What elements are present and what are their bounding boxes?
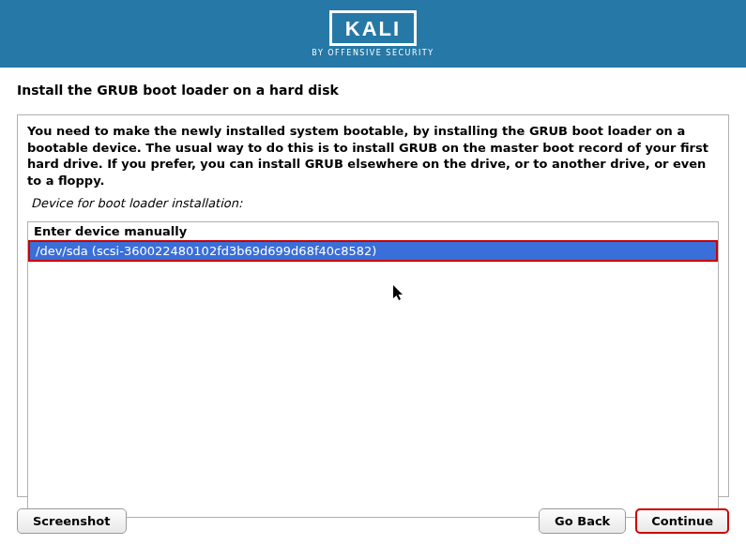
installer-header: KALI BY OFFENSIVE SECURITY xyxy=(0,0,746,68)
instructions-panel: You need to make the newly installed sys… xyxy=(17,114,729,497)
footer-right-buttons: Go Back Continue xyxy=(539,508,729,534)
footer-buttons: Screenshot Go Back Continue xyxy=(0,497,746,534)
device-prompt-label: Device for boot loader installation: xyxy=(27,196,719,210)
page-title: Install the GRUB boot loader on a hard d… xyxy=(17,83,729,98)
kali-logo-box: KALI xyxy=(329,10,417,46)
go-back-button[interactable]: Go Back xyxy=(539,508,626,534)
device-item-sda[interactable]: /dev/sda (scsi-360022480102fd3b69d699d68… xyxy=(28,240,718,262)
kali-logo-text: KALI xyxy=(345,17,401,41)
screenshot-button[interactable]: Screenshot xyxy=(17,508,127,534)
continue-button[interactable]: Continue xyxy=(635,508,729,534)
kali-logo-subtitle: BY OFFENSIVE SECURITY xyxy=(312,49,434,57)
device-list: Enter device manually /dev/sda (scsi-360… xyxy=(27,221,719,518)
instructions-text: You need to make the newly installed sys… xyxy=(27,123,719,189)
installer-content: Install the GRUB boot loader on a hard d… xyxy=(0,68,746,497)
device-item-manual[interactable]: Enter device manually xyxy=(28,222,718,240)
